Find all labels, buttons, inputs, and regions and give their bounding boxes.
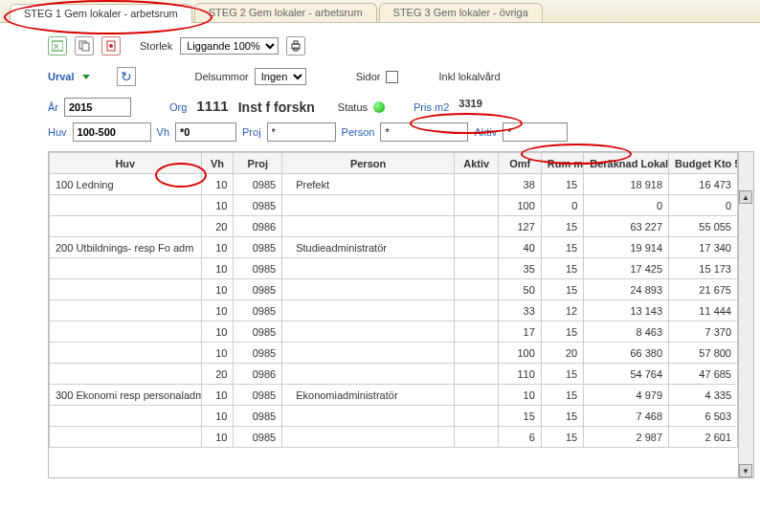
cell-proj: 0985 — [234, 385, 282, 406]
cell-proj: 0985 — [234, 300, 282, 321]
table-row[interactable]: 1009856152 9872 601 — [50, 427, 738, 448]
table-row[interactable]: 2009861101554 76447 685 — [50, 364, 738, 385]
table-row[interactable]: 1009851002066 38057 800 — [50, 343, 738, 364]
table-row[interactable]: 200 Utbildnings- resp Fo adm100985Studie… — [50, 237, 738, 258]
copy-icon[interactable] — [75, 36, 94, 55]
cell-omf: 17 — [499, 321, 541, 343]
cell-proj: 0985 — [234, 321, 282, 343]
person-input[interactable] — [380, 122, 468, 142]
cell-person — [282, 364, 455, 385]
cell-huv — [50, 195, 202, 216]
urval-dropdown-icon[interactable] — [82, 75, 90, 79]
cell-vh: 10 — [201, 406, 234, 427]
cell-omf: 50 — [499, 279, 541, 300]
th-bud[interactable]: Budget Kto 5013 — [669, 153, 738, 174]
cell-huv — [50, 258, 202, 279]
cell-proj: 0985 — [234, 427, 282, 448]
th-vh[interactable]: Vh — [201, 153, 234, 174]
cell-ber: 2 987 — [584, 427, 669, 448]
pris-label: Pris m2 — [414, 101, 449, 113]
excel-icon[interactable]: X — [48, 36, 67, 55]
sidor-checkbox[interactable] — [386, 71, 398, 83]
cell-huv — [50, 321, 202, 343]
ar-label: År — [48, 101, 58, 113]
tab-steg1[interactable]: STEG 1 Gem lokaler - arbetsrum — [10, 4, 192, 23]
cell-bud: 4 335 — [669, 385, 738, 406]
cell-ber: 63 227 — [584, 216, 669, 237]
cell-huv — [50, 279, 202, 300]
vh-input[interactable] — [175, 122, 236, 142]
table-row[interactable]: 100985331213 14311 444 — [50, 300, 738, 321]
cell-omf: 127 — [499, 216, 541, 237]
cell-rum: 15 — [541, 279, 583, 300]
ar-input[interactable] — [64, 98, 131, 117]
cell-person — [282, 195, 455, 216]
cell-proj: 0985 — [234, 258, 282, 279]
tab-steg3[interactable]: STEG 3 Gem lokaler - övriga — [379, 3, 543, 22]
cell-omf: 15 — [499, 406, 541, 427]
cell-ber: 0 — [584, 195, 669, 216]
cell-ber: 24 893 — [584, 279, 669, 300]
aktiv-input[interactable] — [503, 122, 568, 142]
table-row[interactable]: 100985501524 89321 675 — [50, 279, 738, 300]
cell-bud: 2 601 — [669, 427, 738, 448]
print-icon[interactable] — [286, 36, 305, 55]
delsummor-select[interactable]: Ingen — [255, 68, 306, 85]
cell-rum: 15 — [541, 406, 583, 427]
cell-person — [282, 343, 455, 364]
huv-input[interactable] — [73, 122, 151, 142]
svg-point-5 — [109, 44, 113, 48]
table-row[interactable]: 300 Ekonomi resp personaladm100985Ekonom… — [50, 385, 738, 406]
cell-person — [282, 216, 455, 237]
cell-person — [282, 406, 455, 427]
table-row[interactable]: 100985100000 — [50, 195, 738, 216]
cell-rum: 15 — [541, 174, 583, 195]
proj-label: Proj — [242, 126, 261, 138]
table-row[interactable]: 10098515157 4686 503 — [50, 406, 738, 427]
cell-rum: 15 — [541, 237, 583, 258]
cell-ber: 17 425 — [584, 258, 669, 279]
cell-proj: 0985 — [234, 237, 282, 258]
table-row[interactable]: 10098517158 4637 370 — [50, 321, 738, 343]
status-label: Status — [338, 101, 368, 113]
cell-rum: 0 — [541, 195, 583, 216]
sidor-label: Sidor — [356, 71, 381, 82]
urval-label[interactable]: Urval — [48, 71, 75, 82]
th-proj[interactable]: Proj — [234, 153, 282, 174]
scroll-down-icon[interactable]: ▼ — [739, 464, 752, 477]
th-omf[interactable]: Omf — [499, 153, 541, 174]
th-ber[interactable]: Beräknad Lokalkostnad — [584, 153, 669, 174]
table-row[interactable]: 2009861271563 22755 055 — [50, 216, 738, 237]
cell-proj: 0985 — [234, 279, 282, 300]
table-row[interactable]: 100 Ledning100985Prefekt381518 91816 473 — [50, 174, 738, 195]
cell-omf: 6 — [499, 427, 541, 448]
cell-person — [282, 300, 455, 321]
cell-person — [282, 258, 455, 279]
th-aktiv[interactable]: Aktiv — [454, 153, 499, 174]
cell-huv — [50, 300, 202, 321]
cell-ber: 13 143 — [584, 300, 669, 321]
proj-input[interactable] — [267, 122, 336, 142]
cell-omf: 100 — [499, 343, 541, 364]
th-person[interactable]: Person — [282, 153, 455, 174]
org-label: Org — [169, 101, 187, 113]
scrollbar[interactable]: ▲ ▼ — [738, 152, 753, 477]
tab-steg2[interactable]: STEG 2 Gem lokaler - arbetsrum — [194, 3, 377, 22]
cell-aktiv — [454, 195, 499, 216]
table-row[interactable]: 100985351517 42515 173 — [50, 258, 738, 279]
cell-aktiv — [454, 174, 499, 195]
th-huv[interactable]: Huv — [50, 153, 202, 174]
vh-label: Vh — [157, 126, 169, 138]
cell-omf: 33 — [499, 300, 541, 321]
cell-huv: 200 Utbildnings- resp Fo adm — [50, 237, 202, 258]
toolbar: X Storlek Liggande 100% — [0, 23, 760, 61]
cell-person: Studieadministratör — [282, 237, 455, 258]
refresh-icon[interactable]: ↻ — [117, 67, 136, 86]
th-rum[interactable]: Rum m2 — [541, 153, 583, 174]
cell-rum: 15 — [541, 258, 583, 279]
size-select[interactable]: Liggande 100% — [180, 37, 279, 55]
cell-vh: 10 — [201, 321, 234, 343]
scroll-up-icon[interactable]: ▲ — [739, 190, 752, 204]
pdf-icon[interactable] — [101, 36, 121, 55]
cell-huv — [50, 406, 202, 427]
